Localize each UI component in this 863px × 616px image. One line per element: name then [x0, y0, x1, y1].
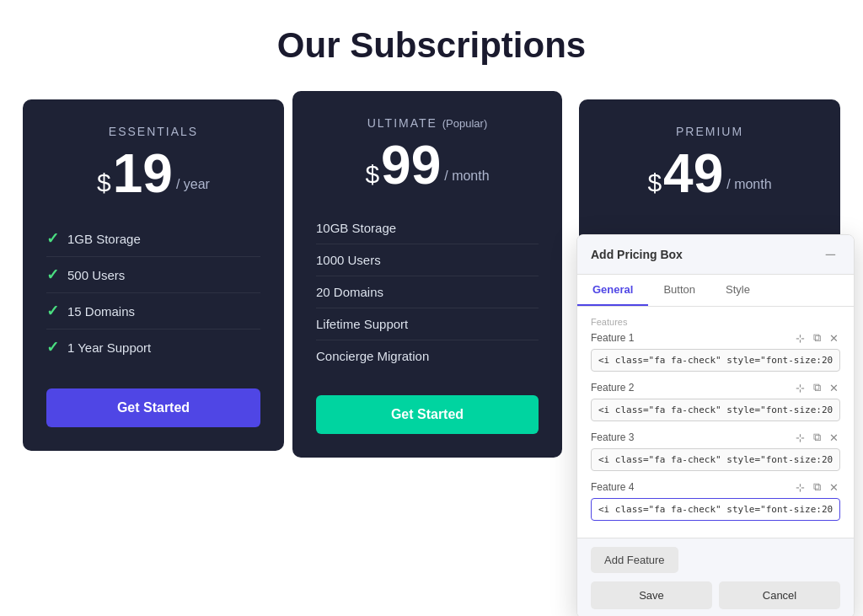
panel-actions: Save Cancel [591, 581, 840, 609]
list-item: ✓ 500 Users [46, 257, 260, 293]
feature-3-label: Feature 3 [591, 431, 634, 443]
premium-amount: 49 [663, 147, 723, 201]
list-item: ✓ 1GB Storage [46, 221, 260, 257]
list-item: Concierge Migration [316, 340, 539, 372]
essentials-get-started-button[interactable]: Get Started [46, 388, 260, 427]
list-item: 1000 Users [316, 244, 539, 276]
feature-1-drag-button[interactable]: ⊹ [794, 331, 807, 345]
tab-general[interactable]: General [577, 275, 648, 306]
popular-label: (Popular) [442, 117, 487, 130]
essentials-card: ESSENTIALS $ 19 / year ✓ 1GB Storage ✓ 5… [23, 99, 284, 451]
essentials-price-row: $ 19 / year [46, 147, 260, 201]
feature-group-2: Feature 2 ⊹ ⧉ ✕ [591, 380, 840, 421]
check-icon: ✓ [46, 229, 59, 248]
feature-3-delete-button[interactable]: ✕ [828, 431, 840, 445]
feature-3-actions: ⊹ ⧉ ✕ [794, 430, 840, 445]
features-scroll-hint: Features [591, 315, 840, 330]
page-title: Our Subscriptions [277, 25, 586, 66]
tab-style[interactable]: Style [710, 275, 765, 306]
feature-4-copy-button[interactable]: ⧉ [812, 479, 823, 495]
feature-4-label-row: Feature 4 ⊹ ⧉ ✕ [591, 479, 840, 495]
premium-plan-name: PREMIUM [603, 125, 817, 138]
check-icon: ✓ [46, 302, 59, 320]
list-item: 10GB Storage [316, 212, 539, 244]
panel-body: Features Feature 1 ⊹ ⧉ ✕ Feature 2 [577, 307, 854, 538]
ultimate-plan-name: ULTIMATE (Popular) [316, 116, 539, 130]
premium-card: PREMIUM $ 49 / month [579, 99, 840, 244]
feature-4-drag-button[interactable]: ⊹ [794, 480, 807, 495]
feature-3-drag-button[interactable]: ⊹ [794, 431, 807, 445]
feature-1-label-row: Feature 1 ⊹ ⧉ ✕ [591, 330, 840, 345]
add-pricing-box-panel: Add Pricing Box ─ General Button Style F… [576, 234, 855, 616]
panel-header: Add Pricing Box ─ [577, 235, 854, 275]
ultimate-price-row: $ 99 / month [316, 138, 539, 192]
feature-2-delete-button[interactable]: ✕ [828, 381, 840, 395]
check-icon: ✓ [46, 338, 59, 356]
feature-group-4: Feature 4 ⊹ ⧉ ✕ [591, 479, 840, 521]
ultimate-features: 10GB Storage 1000 Users 20 Domains Lifet… [316, 212, 539, 372]
feature-2-input[interactable] [591, 399, 840, 421]
feature-3-copy-button[interactable]: ⧉ [812, 430, 823, 445]
list-item: Lifetime Support [316, 308, 539, 340]
essentials-amount: 19 [113, 147, 173, 201]
add-feature-button[interactable]: Add Feature [591, 547, 678, 573]
feature-2-label: Feature 2 [591, 382, 634, 394]
panel-minimize-button[interactable]: ─ [821, 245, 840, 264]
feature-2-drag-button[interactable]: ⊹ [794, 381, 807, 395]
feature-1-copy-button[interactable]: ⧉ [812, 330, 823, 345]
panel-tabs: General Button Style [577, 275, 854, 307]
feature-2-copy-button[interactable]: ⧉ [812, 380, 823, 395]
feature-2-label-row: Feature 2 ⊹ ⧉ ✕ [591, 380, 840, 395]
tab-button[interactable]: Button [648, 275, 710, 306]
panel-footer: Add Feature Save Cancel [577, 538, 854, 616]
premium-period: / month [726, 177, 771, 192]
essentials-dollar: $ [97, 165, 111, 201]
ultimate-dollar: $ [365, 157, 379, 192]
list-item: ✓ 15 Domains [46, 293, 260, 329]
feature-4-delete-button[interactable]: ✕ [828, 480, 840, 495]
ultimate-period: / month [444, 169, 489, 184]
cards-container: ESSENTIALS $ 19 / year ✓ 1GB Storage ✓ 5… [17, 99, 846, 458]
essentials-features: ✓ 1GB Storage ✓ 500 Users ✓ 15 Domains ✓… [46, 221, 260, 365]
feature-group-3: Feature 3 ⊹ ⧉ ✕ [591, 430, 840, 471]
feature-4-actions: ⊹ ⧉ ✕ [794, 479, 840, 495]
feature-3-label-row: Feature 3 ⊹ ⧉ ✕ [591, 430, 840, 445]
save-button[interactable]: Save [591, 581, 712, 609]
check-icon: ✓ [46, 265, 59, 284]
premium-price-row: $ 49 / month [603, 147, 817, 201]
cancel-button[interactable]: Cancel [719, 581, 840, 609]
essentials-plan-name: ESSENTIALS [46, 125, 260, 138]
feature-1-label: Feature 1 [591, 332, 634, 344]
feature-2-actions: ⊹ ⧉ ✕ [794, 380, 840, 395]
feature-group-1: Feature 1 ⊹ ⧉ ✕ [591, 330, 840, 372]
feature-4-input[interactable] [591, 498, 840, 521]
feature-3-input[interactable] [591, 448, 840, 471]
ultimate-amount: 99 [381, 138, 441, 192]
list-item: 20 Domains [316, 276, 539, 308]
panel-title: Add Pricing Box [591, 248, 683, 261]
premium-dollar: $ [647, 165, 662, 201]
ultimate-get-started-button[interactable]: Get Started [316, 395, 539, 434]
list-item: ✓ 1 Year Support [46, 329, 260, 365]
feature-1-actions: ⊹ ⧉ ✕ [794, 330, 840, 345]
essentials-period: / year [176, 177, 210, 192]
feature-1-delete-button[interactable]: ✕ [828, 331, 840, 345]
feature-1-input[interactable] [591, 349, 840, 372]
ultimate-card: ULTIMATE (Popular) $ 99 / month 10GB Sto… [292, 91, 562, 458]
feature-4-label: Feature 4 [591, 481, 634, 493]
